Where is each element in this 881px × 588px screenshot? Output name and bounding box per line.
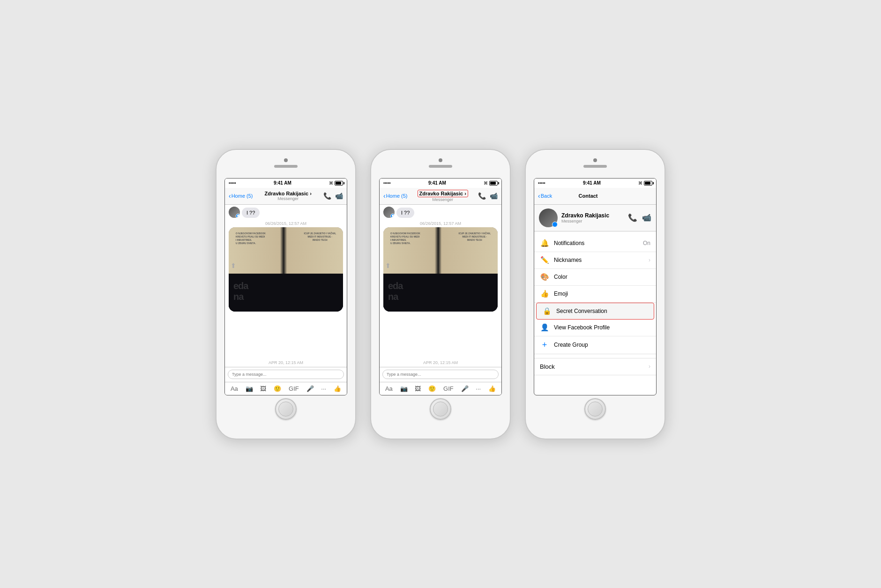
- phone-1: ••••• 9:41 AM ⌘ ‹ Home (5) Zdravko Rakij…: [216, 149, 356, 439]
- message-input[interactable]: [228, 370, 344, 379]
- nav-actions-2: 📞 📹: [478, 192, 498, 200]
- back-button-2[interactable]: ‹ Home (5): [383, 193, 408, 199]
- contact-header: Zdravko Rakijasic Messenger 📞 📹: [534, 205, 656, 231]
- more-icon[interactable]: ···: [321, 385, 326, 392]
- like-icon-2[interactable]: 👍: [488, 385, 496, 392]
- wifi-icon-2: ⌘: [484, 181, 488, 186]
- back-label: Home (5): [231, 193, 253, 199]
- back-chevron-icon-2: ‹: [383, 193, 386, 199]
- back-button-3[interactable]: ‹ Back: [538, 193, 552, 199]
- status-bar: ••••• 9:41 AM ⌘: [225, 179, 347, 188]
- gallery-icon-2[interactable]: 🖼: [415, 385, 421, 392]
- nicknames-label: Nicknames: [554, 257, 644, 263]
- color-icon: 🎨: [540, 273, 549, 281]
- video-icon-2[interactable]: 📹: [490, 192, 498, 200]
- book-text-right-2: ICUP JE ZAMJETIO I VAŽAN,MEDI IT INDUSTR…: [459, 232, 491, 242]
- block-label: Block: [540, 363, 555, 370]
- gif-icon[interactable]: GIF: [289, 385, 299, 392]
- nav-bar-1: ‹ Home (5) Zdravko Rakijasic › Messenger…: [225, 188, 347, 205]
- phone-2: ••••• 9:41 AM ⌘ ‹ Home (5) Zdravko Rakij…: [370, 149, 511, 439]
- camera-lens: [284, 158, 288, 162]
- contact-badge: [552, 222, 558, 227]
- chat-image-2: O NJEGOVOM FACEBOOKKREVETU PSALI SU MEDI…: [383, 227, 498, 312]
- home-button-2[interactable]: [430, 398, 451, 420]
- nav-title-3: Contact: [552, 193, 624, 199]
- nav-bar-2: ‹ Home (5) Zdravko Rakijasic › Messenger…: [380, 188, 501, 205]
- back-button[interactable]: ‹ Home (5): [229, 193, 253, 199]
- status-right-2: ⌘: [484, 181, 498, 186]
- settings-list: 🔔 Notifications On ✏️ Nicknames › 🎨 Colo…: [534, 235, 656, 354]
- video-icon-contact[interactable]: 📹: [642, 213, 651, 222]
- phone-icon[interactable]: 📞: [323, 192, 331, 200]
- settings-facebook-profile[interactable]: 👤 View Facebook Profile: [534, 320, 656, 336]
- input-bar: [225, 367, 347, 382]
- timestamp-4: APR 20, 12:15 AM: [380, 358, 501, 367]
- book-word-2: edana: [388, 281, 403, 302]
- book-text-left-2: O NJEGOVOM FACEBOOKKREVETU PSALI SU MEDI…: [390, 232, 420, 245]
- chat-image: O NJEGOVOM FACEBOOKKREVETU PSALI SU MEDI…: [229, 227, 343, 312]
- speaker: [274, 165, 298, 168]
- input-bar-2: [380, 367, 501, 382]
- message-bubble: I ??: [242, 208, 260, 218]
- phone-icon-contact[interactable]: 📞: [628, 213, 637, 222]
- block-chevron: ›: [649, 363, 650, 370]
- message-row: I ??: [225, 205, 347, 220]
- back-chevron-icon-3: ‹: [538, 193, 540, 199]
- message-row-2: I ??: [380, 205, 501, 220]
- settings-create-group[interactable]: + Create Group: [534, 336, 656, 354]
- color-label: Color: [554, 274, 650, 280]
- settings-nicknames[interactable]: ✏️ Nicknames ›: [534, 252, 656, 269]
- message-input-2[interactable]: [382, 370, 499, 379]
- battery-icon: [335, 181, 343, 186]
- camera-icon[interactable]: 📷: [246, 385, 253, 392]
- time-display: 9:41 AM: [274, 180, 291, 186]
- contact-name-nav[interactable]: Zdravko Rakijasic ›: [253, 191, 323, 196]
- screen-1: ••••• 9:41 AM ⌘ ‹ Home (5) Zdravko Rakij…: [224, 178, 347, 395]
- home-button[interactable]: [275, 398, 297, 420]
- back-label-2: Home (5): [386, 193, 408, 199]
- gallery-icon[interactable]: 🖼: [260, 385, 266, 392]
- mic-icon-2[interactable]: 🎤: [461, 385, 469, 392]
- share-icon[interactable]: ⬆: [231, 262, 236, 269]
- phone-icon-2[interactable]: 📞: [478, 192, 486, 200]
- status-bar-3: ••••• 9:41 AM ⌘: [534, 179, 656, 188]
- emoji-icon-2[interactable]: 🙂: [428, 385, 436, 392]
- settings-emoji[interactable]: 👍 Emoji: [534, 286, 656, 303]
- status-right: ⌘: [329, 181, 343, 186]
- timestamp-3: 06/26/2015, 12:57 AM: [380, 220, 501, 227]
- avatar-2: [383, 207, 395, 218]
- contact-avatar: [539, 208, 558, 227]
- settings-notifications[interactable]: 🔔 Notifications On: [534, 235, 656, 252]
- mic-icon[interactable]: 🎤: [306, 385, 314, 392]
- signal-icon-2: •••••: [383, 181, 391, 186]
- home-button-3[interactable]: [584, 398, 606, 420]
- emoji-settings-icon: 👍: [540, 290, 549, 298]
- emoji-label: Emoji: [554, 290, 650, 297]
- phone-3: ••••• 9:41 AM ⌘ ‹ Back Contact: [525, 149, 665, 439]
- emoji-icon[interactable]: 🙂: [274, 385, 281, 392]
- notifications-value: On: [643, 240, 650, 246]
- camera-icon-2[interactable]: 📷: [400, 385, 408, 392]
- text-icon-2[interactable]: Aa: [385, 385, 393, 392]
- nav-subtitle-2: Messenger: [408, 197, 478, 202]
- settings-secret-conversation[interactable]: 🔒 Secret Conversation: [536, 303, 654, 320]
- secret-conversation-label: Secret Conversation: [556, 308, 648, 314]
- video-icon[interactable]: 📹: [335, 192, 343, 200]
- avatar: [229, 207, 240, 218]
- like-icon[interactable]: 👍: [334, 385, 341, 392]
- contact-name-nav-2[interactable]: Zdravko Rakijasic ›: [418, 190, 468, 197]
- contact-messenger-label: Messenger: [561, 219, 624, 223]
- gif-icon-2[interactable]: GIF: [443, 385, 454, 392]
- chat-area-1: I ?? 06/26/2015, 12:57 AM O NJEGOVOM FAC…: [225, 205, 347, 358]
- book-text-right: ICUP JE ZAMJETIO I VAŽAN,MEDI IT INDUSTR…: [304, 232, 336, 242]
- create-group-label: Create Group: [554, 342, 650, 348]
- block-item[interactable]: Block ›: [534, 358, 656, 375]
- text-icon[interactable]: Aa: [231, 385, 238, 392]
- camera-lens-3: [593, 158, 597, 162]
- speaker-3: [583, 165, 607, 168]
- plus-icon: +: [540, 340, 549, 350]
- share-icon-2[interactable]: ⬆: [385, 262, 391, 269]
- settings-color[interactable]: 🎨 Color: [534, 269, 656, 286]
- time-display-2: 9:41 AM: [428, 180, 446, 186]
- more-icon-2[interactable]: ···: [476, 385, 481, 392]
